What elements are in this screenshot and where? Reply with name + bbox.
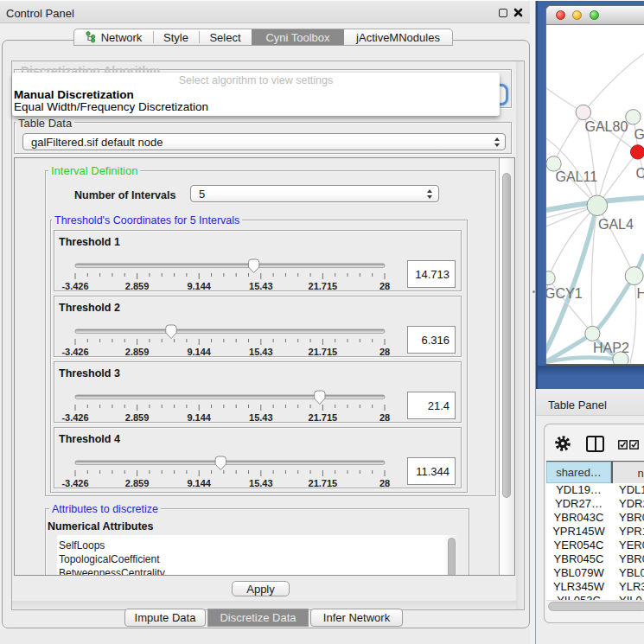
svg-text:GA: GA — [634, 127, 644, 142]
svg-text:GAL11: GAL11 — [556, 169, 598, 184]
svg-text:GAL80: GAL80 — [585, 119, 628, 134]
svg-text:GAL4: GAL4 — [598, 217, 634, 232]
svg-text:HAP2: HAP2 — [593, 341, 629, 355]
svg-text:C: C — [636, 166, 644, 181]
svg-text:HI: HI — [637, 286, 644, 301]
svg-text:GCY1: GCY1 — [546, 286, 583, 301]
